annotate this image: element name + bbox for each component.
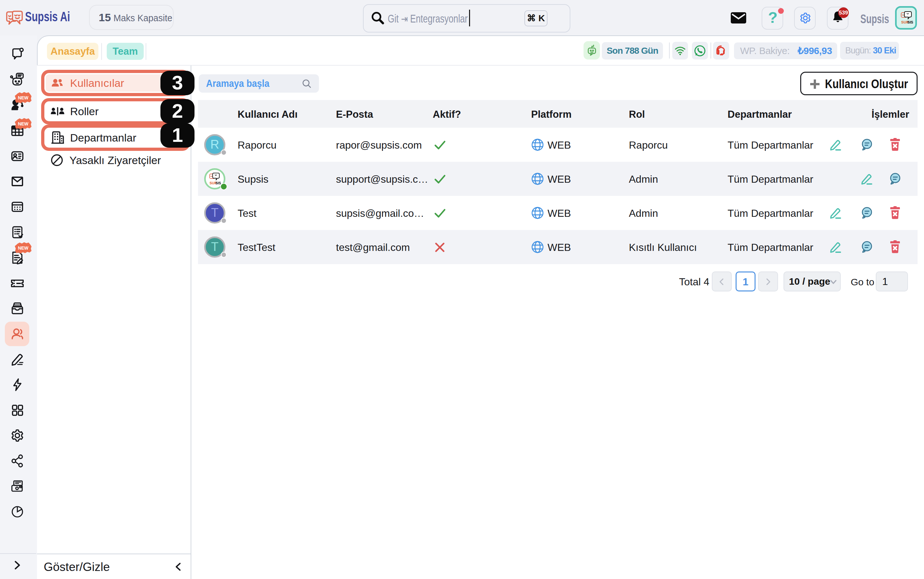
svg-text:NEW: NEW [18, 245, 29, 250]
svg-text:NEW: NEW [18, 121, 29, 126]
svg-text:SIS: SIS [907, 20, 913, 24]
svg-text:SIS: SIS [215, 181, 221, 185]
svg-text:NEW: NEW [18, 95, 29, 100]
